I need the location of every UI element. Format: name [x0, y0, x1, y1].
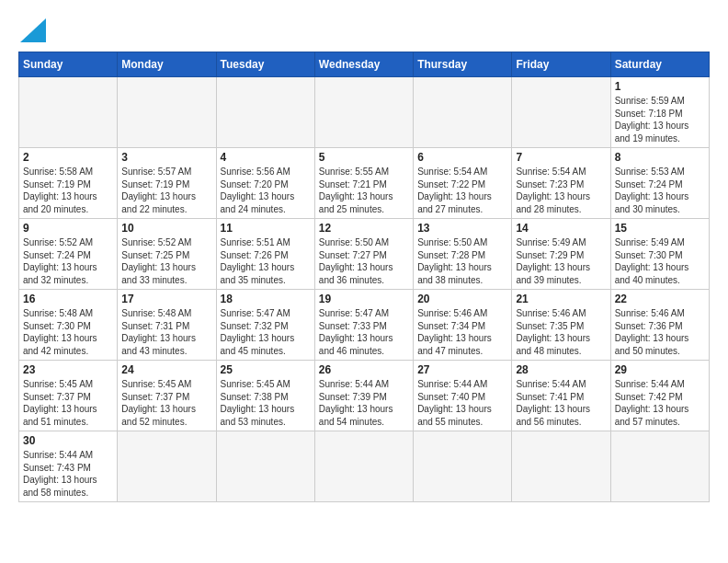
- day-number: 3: [121, 151, 211, 164]
- day-info: Sunrise: 5:55 AM Sunset: 7:21 PM Dayligh…: [319, 166, 409, 215]
- calendar-week-row: 30Sunrise: 5:44 AM Sunset: 7:43 PM Dayli…: [19, 431, 710, 502]
- day-info: Sunrise: 5:44 AM Sunset: 7:42 PM Dayligh…: [615, 378, 705, 428]
- calendar-cell: 16Sunrise: 5:48 AM Sunset: 7:30 PM Dayli…: [19, 290, 118, 361]
- day-info: Sunrise: 5:50 AM Sunset: 7:28 PM Dayligh…: [417, 236, 507, 286]
- day-info: Sunrise: 5:46 AM Sunset: 7:35 PM Dayligh…: [516, 307, 606, 357]
- calendar-cell: 25Sunrise: 5:45 AM Sunset: 7:38 PM Dayli…: [216, 361, 314, 431]
- day-number: 23: [23, 363, 113, 376]
- day-number: 2: [23, 151, 113, 164]
- day-number: 7: [516, 151, 606, 164]
- day-info: Sunrise: 5:49 AM Sunset: 7:29 PM Dayligh…: [516, 236, 606, 286]
- calendar-cell: [19, 77, 118, 148]
- calendar-cell: [610, 431, 709, 502]
- day-info: Sunrise: 5:57 AM Sunset: 7:19 PM Dayligh…: [121, 166, 211, 215]
- day-info: Sunrise: 5:46 AM Sunset: 7:36 PM Dayligh…: [615, 307, 705, 357]
- calendar-week-row: 9Sunrise: 5:52 AM Sunset: 7:24 PM Daylig…: [19, 219, 710, 290]
- calendar-cell: 28Sunrise: 5:44 AM Sunset: 7:41 PM Dayli…: [512, 361, 610, 431]
- calendar-cell: [216, 77, 314, 148]
- calendar-cell: 2Sunrise: 5:58 AM Sunset: 7:19 PM Daylig…: [19, 148, 118, 219]
- day-info: Sunrise: 5:45 AM Sunset: 7:38 PM Dayligh…: [221, 378, 311, 428]
- day-info: Sunrise: 5:56 AM Sunset: 7:20 PM Dayligh…: [221, 166, 311, 215]
- calendar-cell: 30Sunrise: 5:44 AM Sunset: 7:43 PM Dayli…: [19, 431, 118, 502]
- day-number: 8: [615, 151, 705, 164]
- day-info: Sunrise: 5:52 AM Sunset: 7:25 PM Dayligh…: [121, 236, 211, 286]
- day-number: 24: [121, 363, 211, 376]
- day-number: 5: [319, 151, 409, 164]
- day-number: 13: [417, 222, 507, 235]
- day-info: Sunrise: 5:48 AM Sunset: 7:30 PM Dayligh…: [23, 307, 113, 357]
- day-info: Sunrise: 5:54 AM Sunset: 7:23 PM Dayligh…: [516, 166, 606, 215]
- svg-marker-0: [20, 18, 46, 42]
- calendar-week-row: 16Sunrise: 5:48 AM Sunset: 7:30 PM Dayli…: [19, 290, 710, 361]
- calendar-cell: 12Sunrise: 5:50 AM Sunset: 7:27 PM Dayli…: [314, 219, 413, 290]
- calendar-cell: 19Sunrise: 5:47 AM Sunset: 7:33 PM Dayli…: [314, 290, 413, 361]
- calendar-cell: 23Sunrise: 5:45 AM Sunset: 7:37 PM Dayli…: [19, 361, 118, 431]
- calendar-week-row: 1Sunrise: 5:59 AM Sunset: 7:18 PM Daylig…: [19, 77, 710, 148]
- day-number: 18: [221, 293, 311, 305]
- day-info: Sunrise: 5:59 AM Sunset: 7:18 PM Dayligh…: [615, 95, 705, 144]
- day-info: Sunrise: 5:50 AM Sunset: 7:27 PM Dayligh…: [319, 236, 409, 286]
- calendar-body: 1Sunrise: 5:59 AM Sunset: 7:18 PM Daylig…: [19, 77, 710, 502]
- day-number: 4: [221, 151, 311, 164]
- day-info: Sunrise: 5:52 AM Sunset: 7:24 PM Dayligh…: [23, 236, 113, 286]
- calendar-cell: [118, 77, 216, 148]
- day-number: 10: [121, 222, 211, 235]
- day-info: Sunrise: 5:46 AM Sunset: 7:34 PM Dayligh…: [417, 307, 507, 357]
- calendar-week-row: 23Sunrise: 5:45 AM Sunset: 7:37 PM Dayli…: [19, 361, 710, 431]
- calendar-header: SundayMondayTuesdayWednesdayThursdayFrid…: [19, 52, 710, 77]
- calendar-cell: 24Sunrise: 5:45 AM Sunset: 7:37 PM Dayli…: [118, 361, 216, 431]
- day-info: Sunrise: 5:44 AM Sunset: 7:41 PM Dayligh…: [516, 378, 606, 428]
- calendar-cell: [414, 77, 512, 148]
- calendar-cell: 7Sunrise: 5:54 AM Sunset: 7:23 PM Daylig…: [512, 148, 610, 219]
- day-number: 25: [221, 363, 311, 376]
- day-number: 30: [23, 434, 113, 447]
- day-number: 21: [516, 293, 606, 305]
- calendar-cell: 20Sunrise: 5:46 AM Sunset: 7:34 PM Dayli…: [414, 290, 512, 361]
- calendar-cell: [512, 77, 610, 148]
- calendar-cell: 1Sunrise: 5:59 AM Sunset: 7:18 PM Daylig…: [610, 77, 709, 148]
- logo-triangle-icon: [20, 18, 46, 42]
- calendar-cell: 5Sunrise: 5:55 AM Sunset: 7:21 PM Daylig…: [314, 148, 413, 219]
- day-info: Sunrise: 5:44 AM Sunset: 7:39 PM Dayligh…: [319, 378, 409, 428]
- day-of-week-header: Friday: [512, 52, 610, 77]
- calendar-cell: [118, 431, 216, 502]
- calendar-cell: [512, 431, 610, 502]
- day-number: 15: [615, 222, 705, 235]
- calendar-cell: 11Sunrise: 5:51 AM Sunset: 7:26 PM Dayli…: [216, 219, 314, 290]
- day-number: 27: [417, 363, 507, 376]
- day-number: 12: [319, 222, 409, 235]
- day-of-week-header: Monday: [118, 52, 216, 77]
- day-info: Sunrise: 5:53 AM Sunset: 7:24 PM Dayligh…: [615, 166, 705, 215]
- day-number: 16: [23, 293, 113, 305]
- day-info: Sunrise: 5:49 AM Sunset: 7:30 PM Dayligh…: [615, 236, 705, 286]
- logo: [18, 18, 46, 42]
- day-info: Sunrise: 5:54 AM Sunset: 7:22 PM Dayligh…: [417, 166, 507, 215]
- day-info: Sunrise: 5:44 AM Sunset: 7:43 PM Dayligh…: [23, 449, 113, 499]
- day-info: Sunrise: 5:47 AM Sunset: 7:32 PM Dayligh…: [221, 307, 311, 357]
- calendar-cell: 21Sunrise: 5:46 AM Sunset: 7:35 PM Dayli…: [512, 290, 610, 361]
- calendar-table: SundayMondayTuesdayWednesdayThursdayFrid…: [18, 52, 710, 502]
- day-info: Sunrise: 5:51 AM Sunset: 7:26 PM Dayligh…: [221, 236, 311, 286]
- header: [18, 18, 710, 42]
- day-info: Sunrise: 5:44 AM Sunset: 7:40 PM Dayligh…: [417, 378, 507, 428]
- calendar-cell: 9Sunrise: 5:52 AM Sunset: 7:24 PM Daylig…: [19, 219, 118, 290]
- calendar-cell: [314, 77, 413, 148]
- calendar-cell: 8Sunrise: 5:53 AM Sunset: 7:24 PM Daylig…: [610, 148, 709, 219]
- day-number: 14: [516, 222, 606, 235]
- day-info: Sunrise: 5:48 AM Sunset: 7:31 PM Dayligh…: [121, 307, 211, 357]
- day-info: Sunrise: 5:58 AM Sunset: 7:19 PM Dayligh…: [23, 166, 113, 215]
- calendar-cell: 22Sunrise: 5:46 AM Sunset: 7:36 PM Dayli…: [610, 290, 709, 361]
- day-number: 9: [23, 222, 113, 235]
- calendar-cell: 3Sunrise: 5:57 AM Sunset: 7:19 PM Daylig…: [118, 148, 216, 219]
- day-number: 20: [417, 293, 507, 305]
- calendar-cell: 26Sunrise: 5:44 AM Sunset: 7:39 PM Dayli…: [314, 361, 413, 431]
- calendar-cell: 27Sunrise: 5:44 AM Sunset: 7:40 PM Dayli…: [414, 361, 512, 431]
- calendar-cell: 6Sunrise: 5:54 AM Sunset: 7:22 PM Daylig…: [414, 148, 512, 219]
- day-number: 22: [615, 293, 705, 305]
- calendar-cell: [414, 431, 512, 502]
- day-of-week-header: Thursday: [414, 52, 512, 77]
- day-of-week-header: Saturday: [610, 52, 709, 77]
- calendar-week-row: 2Sunrise: 5:58 AM Sunset: 7:19 PM Daylig…: [19, 148, 710, 219]
- day-number: 28: [516, 363, 606, 376]
- calendar-cell: 18Sunrise: 5:47 AM Sunset: 7:32 PM Dayli…: [216, 290, 314, 361]
